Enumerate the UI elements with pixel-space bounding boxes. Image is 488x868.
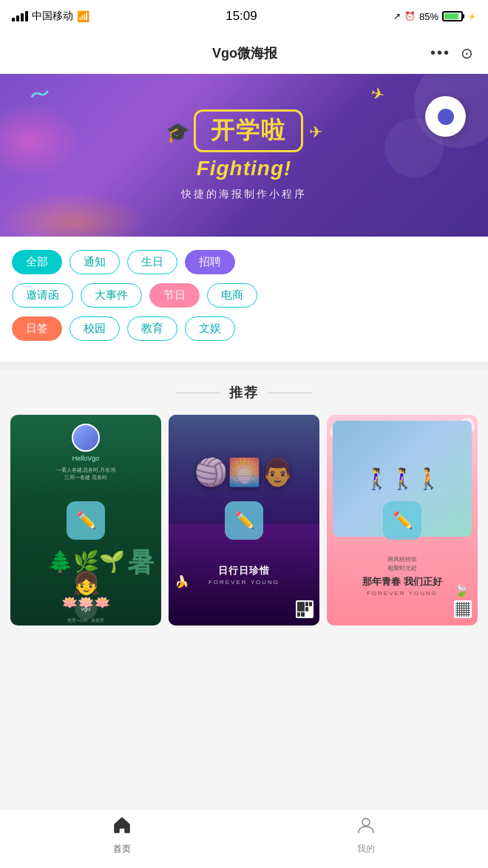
banner-decoration-blob-left — [0, 104, 81, 177]
tag-daily[interactable]: 日签 — [12, 316, 62, 341]
status-left: 中国移动 📶 — [12, 10, 89, 23]
nav-item-home[interactable]: 首页 — [0, 816, 244, 863]
card-beach-edit-button[interactable]: ✏️ — [225, 501, 263, 540]
title-line-left — [176, 393, 220, 393]
status-right: ↗ ⏰ 85% ⚡ — [393, 11, 476, 22]
tag-entertainment[interactable]: 文娱 — [185, 316, 235, 341]
banner-decoration-blob-bottom — [0, 192, 148, 237]
tag-notice[interactable]: 通知 — [70, 250, 120, 274]
header-icons: ••• ⊙ — [430, 44, 473, 62]
tag-birthday[interactable]: 生日 — [127, 250, 177, 274]
card-forest-username: HelloVgo — [72, 455, 100, 462]
wifi-icon: 📶 — [77, 10, 89, 22]
recommend-title: 推荐 — [229, 384, 259, 401]
card-forest-edit-button[interactable]: ✏️ — [67, 501, 105, 540]
tag-all[interactable]: 全部 — [12, 250, 62, 274]
app-header: Vgo微海报 ••• ⊙ — [0, 33, 488, 74]
card-forest-girl: 👧 — [10, 570, 161, 596]
card-youth-title: 那年青春 我们正好 — [362, 575, 442, 589]
template-card-youth[interactable]: 🚶‍♀️🚶‍♀️🚶 南风轻轻吹相聚时光处 那年青春 我们正好 FOREVER Y… — [327, 415, 478, 625]
status-time: 15:09 — [226, 9, 257, 24]
card-youth-leaf-icon: 🍃 — [454, 583, 469, 597]
card-forest-logo: vgo — [75, 597, 97, 620]
more-menu-button[interactable]: ••• — [430, 44, 450, 61]
card-youth-subtitle: FOREVER YOUNG — [367, 590, 438, 597]
template-card-beach[interactable]: 🏐🌅👨 日行日珍惜 FOREVER YOUNG 🍌 — [169, 415, 319, 625]
tag-recruitment[interactable]: 招聘 — [185, 250, 235, 274]
home-icon — [112, 816, 132, 840]
card-forest-footer: 推荐 ×100 · 海报君 — [67, 617, 104, 624]
card-forest-avatar — [72, 424, 100, 452]
card-beach-banana: 🍌 — [174, 574, 189, 589]
card-youth-qr-code — [454, 600, 472, 618]
banner-graduation-icon: 🎓 — [166, 121, 189, 144]
tag-ecommerce[interactable]: 电商 — [207, 283, 257, 308]
card-youth-edit-button[interactable]: ✏️ — [383, 501, 421, 540]
banner-plane-icon: ✈ — [309, 123, 322, 142]
filter-row-1: 全部 通知 生日 招聘 — [12, 250, 476, 274]
battery-icon — [442, 11, 463, 21]
tag-campus[interactable]: 校园 — [70, 316, 120, 341]
cards-grid: HelloVgo 一看人各建,花各时,月名消三周一各建 花各时 🌲🌿🌱 暑 👧 … — [10, 415, 478, 636]
card-youth-subtext: 南风轻轻吹相聚时光处 — [387, 555, 417, 572]
tag-event[interactable]: 大事件 — [81, 283, 142, 308]
banner-eyeball-decoration — [425, 96, 466, 137]
recommend-section: 推荐 HelloVgo 一看人各建,花各时,月名消三周一各建 花各时 🌲🌿🌱 暑… — [0, 369, 488, 636]
banner-title-box: 开学啦 — [194, 109, 303, 152]
banner-title-line1: 开学啦 — [211, 115, 286, 147]
carrier-label: 中国移动 — [32, 10, 73, 23]
bottom-navigation: 首页 我的 — [0, 809, 488, 868]
charging-icon: ⚡ — [467, 13, 476, 21]
tag-holiday[interactable]: 节日 — [149, 283, 200, 308]
filter-row-3: 日签 校园 教育 文娱 — [12, 316, 476, 341]
banner-plane-decoration: ✈ — [369, 84, 387, 106]
title-line-right — [268, 393, 312, 393]
tag-invitation[interactable]: 邀请函 — [12, 283, 73, 308]
card-forest-text: 一看人各建,花各时,月名消三周一各建 花各时 — [56, 467, 116, 481]
profile-icon — [356, 816, 376, 840]
filter-section: 全部 通知 生日 招聘 邀请函 大事件 节日 电商 日签 校园 教育 文娱 — [0, 237, 488, 362]
status-bar: 中国移动 📶 15:09 ↗ ⏰ 85% ⚡ — [0, 0, 488, 33]
nav-home-label: 首页 — [113, 843, 131, 855]
banner-subtitle: 快捷的海报制作小程序 — [181, 188, 307, 201]
filter-row-2: 邀请函 大事件 节日 电商 — [12, 283, 476, 308]
template-card-forest[interactable]: HelloVgo 一看人各建,花各时,月名消三周一各建 花各时 🌲🌿🌱 暑 👧 … — [10, 415, 161, 625]
card-beach-title: 日行日珍惜 — [218, 564, 270, 577]
banner-title-line2: Fighting! — [197, 157, 292, 180]
tag-education[interactable]: 教育 — [127, 316, 177, 341]
signal-icon — [12, 11, 28, 21]
hero-banner: 〜 ✈ 🎓 开学啦 ✈ Fighting! 快捷的海报制作小程序 — [0, 74, 488, 237]
recommend-title-row: 推荐 — [10, 384, 478, 401]
nav-profile-label: 我的 — [357, 843, 375, 855]
banner-main-content: 🎓 开学啦 ✈ Fighting! 快捷的海报制作小程序 — [166, 109, 322, 201]
nav-item-profile[interactable]: 我的 — [244, 816, 488, 863]
section-divider — [0, 362, 488, 369]
bottom-nav-spacer — [0, 636, 488, 695]
location-icon: ↗ — [393, 11, 401, 21]
card-beach-qr-code — [296, 600, 314, 618]
battery-label: 85% — [419, 11, 438, 22]
card-beach-subtitle: FOREVER YOUNG — [209, 579, 279, 586]
card-youth-bottom: 南风轻轻吹相聚时光处 那年青春 我们正好 FOREVER YOUNG 🍃 — [327, 526, 478, 625]
alarm-icon: ⏰ — [404, 11, 416, 21]
camera-button[interactable]: ⊙ — [461, 44, 473, 62]
app-title: Vgo微海报 — [59, 44, 430, 62]
svg-point-0 — [362, 818, 370, 826]
